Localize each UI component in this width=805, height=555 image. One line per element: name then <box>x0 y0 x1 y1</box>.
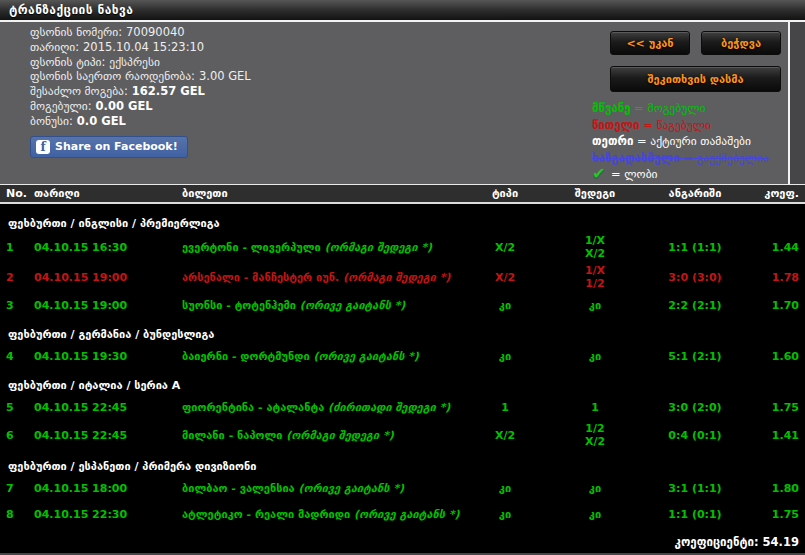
table-row: 4 04.10.15 19:30 ბაიერნი - დორტმუნდი (ორ… <box>0 343 805 369</box>
table-row: 5 04.10.15 22:45 ფიორენტინა - ატალანტა (… <box>0 394 805 420</box>
cell-no: 7 <box>0 482 34 495</box>
legend-active: თეთრი = აქტიური თამაშები <box>592 133 790 150</box>
facebook-share-button[interactable]: f Share on Facebook! <box>30 136 188 158</box>
bonus-label: ბონუსი: <box>30 114 73 128</box>
legend-void: ხაზგადასმული = გაუქმებულია <box>592 150 790 167</box>
cell-result: კი <box>545 299 645 312</box>
cell-date: 04.10.15 19:30 <box>34 350 182 363</box>
match-name: ევერტონი - ლივერპული <box>182 241 321 254</box>
cell-score: 0:4 (0:1) <box>645 429 745 442</box>
won-amount-row: მოგებული:0.00 GEL <box>30 99 251 114</box>
cell-score: 3:1 (1:1) <box>645 482 745 495</box>
cell-result: 1 <box>545 401 645 414</box>
cell-score: 1:1 (0:1) <box>645 508 745 521</box>
bet-type-row: ფსონის ტიპი:ექსპრესი <box>30 55 251 70</box>
total-coefficient: კოეფიციენტი: 54.19 <box>0 527 805 549</box>
bet-type-label: ფსონის ტიპი: <box>30 55 105 69</box>
cell-ticket: ატლეტიკო - რეალი მადრიდი (ორივე გაიტანს … <box>182 508 465 521</box>
match-name: არსენალი - მანჩესტერ იუნ. <box>182 271 339 284</box>
header-date: თარიღი <box>34 187 182 200</box>
possible-win-label: შესაძლო მოგება: <box>30 84 128 98</box>
cell-coef: 1.75 <box>745 508 805 521</box>
bet-type-value: ექსპრესი <box>109 55 160 69</box>
cell-result: კი <box>545 508 645 521</box>
legend-live-check: ✔ = ლობი <box>592 166 790 183</box>
market-name: (ორივე გაიტანს *) <box>300 299 405 312</box>
cell-no: 6 <box>0 429 34 442</box>
header-type: ტიპი <box>465 187 545 200</box>
section-header: ფეხბურთი / ესპანეთი / პრიმერა დივიზიონი <box>0 450 805 475</box>
cell-type: X/2 <box>465 429 545 442</box>
bets-table: No. თარიღი ბილეთი ტიპი შედეგი ანგარიში კ… <box>0 184 805 553</box>
legend-lost: წითელი = წაგებული <box>592 117 790 134</box>
market-name: (ძირითადი შედეგი *) <box>328 401 450 414</box>
table-row: 6 04.10.15 22:45 მილანი - ნაპოლი (ორმაგი… <box>0 420 805 450</box>
cell-result: 1/XX/2 <box>545 234 645 260</box>
header-score: ანგარიში <box>645 187 745 200</box>
header-ticket: ბილეთი <box>182 187 465 200</box>
page-title-bar: ტრანზაქციის ნახვა <box>0 0 805 22</box>
bet-total-value: 3.00 GEL <box>199 69 251 83</box>
page-title: ტრანზაქციის ნახვა <box>9 3 133 17</box>
match-name: ბილბაო - ვალენსია <box>182 482 295 495</box>
market-name: (ორმაგი შედეგი *) <box>286 429 393 442</box>
bet-date-label: თარიღი: <box>30 40 79 54</box>
cell-result: 1/X1/2 <box>545 264 645 290</box>
cell-date: 04.10.15 22:30 <box>34 508 182 521</box>
cell-date: 04.10.15 22:45 <box>34 429 182 442</box>
match-name: სუონსი - ტოტენჰემი <box>182 299 296 312</box>
print-button[interactable]: ბეჭდვა <box>701 31 781 55</box>
actions-panel: << უკან ბეჭდვა შეკითხვის დასმა მწვანე = … <box>592 31 790 183</box>
cell-score: 1:1 (1:1) <box>645 241 745 254</box>
cell-ticket: არსენალი - მანჩესტერ იუნ. (ორმაგი შედეგი… <box>182 271 465 284</box>
ask-question-button[interactable]: შეკითხვის დასმა <box>610 66 781 92</box>
cell-no: 4 <box>0 350 34 363</box>
match-name: მილანი - ნაპოლი <box>182 429 282 442</box>
cell-coef: 1.78 <box>745 271 805 284</box>
cell-result: 1/2X/2 <box>545 422 645 448</box>
cell-type: X/2 <box>465 271 545 284</box>
cell-score: 3:0 (3:0) <box>645 271 745 284</box>
back-button[interactable]: << უკან <box>610 31 690 55</box>
cell-coef: 1.44 <box>745 241 805 254</box>
cell-ticket: სუონსი - ტოტენჰემი (ორივე გაიტანს *) <box>182 299 465 312</box>
market-name: (ორმაგი შედეგი *) <box>325 241 432 254</box>
bet-number-label: ფსონის ნომერი: <box>30 25 122 39</box>
cell-no: 1 <box>0 241 34 254</box>
cell-type: კი <box>465 508 545 521</box>
cell-ticket: ფიორენტინა - ატალანტა (ძირითადი შედეგი *… <box>182 401 465 414</box>
section-header: ფეხბურთი / ინგლისი / პრემიერლიგა <box>0 204 805 232</box>
facebook-icon: f <box>36 140 50 154</box>
market-name: (ორივე გაიტანს *) <box>313 350 418 363</box>
cell-coef: 1.80 <box>745 482 805 495</box>
transaction-summary-panel: ფსონის ნომერი:70090040 თარიღი:2015.10.04… <box>0 22 805 184</box>
facebook-share-label: Share on Facebook! <box>55 140 178 153</box>
table-row: 1 04.10.15 16:30 ევერტონი - ლივერპული (ო… <box>0 232 805 262</box>
cell-coef: 1.60 <box>745 350 805 363</box>
cell-type: კი <box>465 299 545 312</box>
won-amount-label: მოგებული: <box>30 99 92 113</box>
cell-date: 04.10.15 22:45 <box>34 401 182 414</box>
bet-total-row: ფსონის საერთო რაოდენობა:3.00 GEL <box>30 69 251 84</box>
total-coefficient-label: კოეფიციენტი: <box>675 535 759 549</box>
total-coefficient-value: 54.19 <box>763 535 799 549</box>
cell-coef: 1.75 <box>745 401 805 414</box>
cell-no: 2 <box>0 271 34 284</box>
cell-date: 04.10.15 18:00 <box>34 482 182 495</box>
cell-score: 2:2 (2:1) <box>645 299 745 312</box>
cell-ticket: მილანი - ნაპოლი (ორმაგი შედეგი *) <box>182 429 465 442</box>
cell-type: კი <box>465 350 545 363</box>
cell-score: 5:1 (2:1) <box>645 350 745 363</box>
table-row: 3 04.10.15 19:00 სუონსი - ტოტენჰემი (ორი… <box>0 292 805 318</box>
cell-score: 3:0 (2:0) <box>645 401 745 414</box>
bet-total-label: ფსონის საერთო რაოდენობა: <box>30 69 195 83</box>
won-amount-value: 0.00 GEL <box>96 99 153 113</box>
bet-info-block: ფსონის ნომერი:70090040 თარიღი:2015.10.04… <box>30 25 251 158</box>
table-row: 8 04.10.15 22:30 ატლეტიკო - რეალი მადრიდ… <box>0 501 805 527</box>
section-header: ფეხბურთი / იტალია / სერია A <box>0 369 805 394</box>
cell-date: 04.10.15 16:30 <box>34 241 182 254</box>
section-header: ფეხბურთი / გერმანია / ბუნდესლიგა <box>0 318 805 343</box>
cell-no: 3 <box>0 299 34 312</box>
market-name: (ორმაგი შედეგი *) <box>343 271 450 284</box>
legend-won: მწვანე = მოგებული <box>592 100 790 117</box>
